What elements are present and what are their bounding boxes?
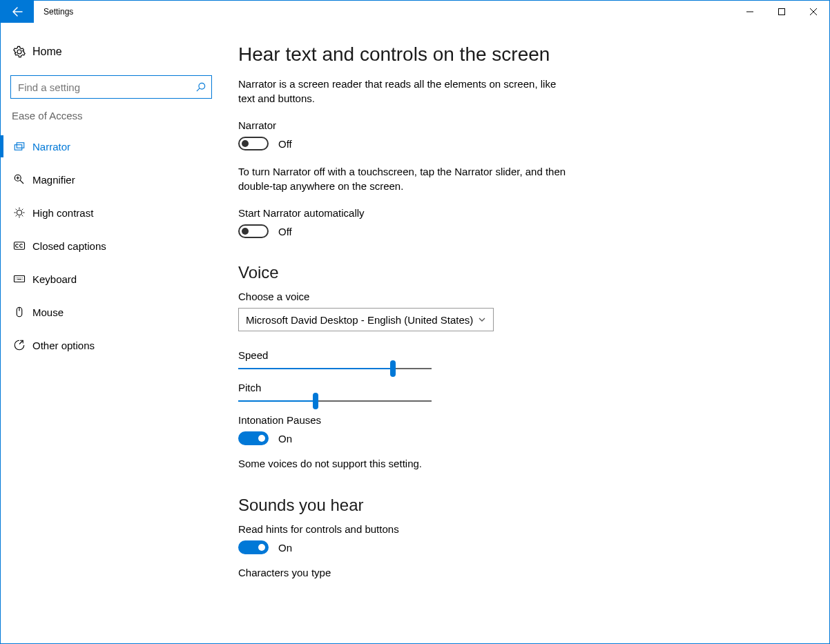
magnifier-icon (13, 173, 32, 186)
hints-toggle[interactable] (238, 540, 269, 554)
home-button[interactable]: Home (1, 35, 222, 68)
auto-start-toggle-state: Off (278, 226, 292, 237)
pitch-slider-thumb[interactable] (313, 393, 318, 409)
search-box[interactable] (10, 75, 212, 99)
sidebar-item-label: Magnifier (32, 174, 75, 186)
sidebar-item-label: Closed captions (32, 240, 106, 252)
sidebar-item-narrator[interactable]: Narrator (1, 130, 222, 163)
svg-rect-0 (779, 9, 785, 15)
hints-label: Read hints for controls and buttons (238, 523, 802, 535)
speed-slider[interactable] (238, 368, 432, 369)
intonation-toggle-state: On (278, 433, 292, 445)
intonation-note: Some voices do not support this setting. (238, 456, 570, 471)
choose-voice-label: Choose a voice (238, 291, 802, 302)
intonation-label: Intonation Pauses (238, 414, 802, 426)
window-title: Settings (34, 1, 734, 23)
minimize-icon (746, 8, 753, 15)
sidebar-item-label: Keyboard (32, 273, 77, 285)
svg-point-1 (199, 83, 205, 89)
sidebar-item-mouse[interactable]: Mouse (1, 295, 222, 329)
svg-rect-3 (17, 143, 24, 148)
sidebar-item-magnifier[interactable]: Magnifier (1, 163, 222, 196)
chevron-down-icon (478, 315, 486, 324)
pitch-slider-fill (238, 400, 316, 402)
pitch-slider[interactable] (238, 400, 432, 402)
speed-label: Speed (238, 349, 802, 361)
voice-dropdown[interactable]: Microsoft David Desktop - English (Unite… (238, 308, 494, 331)
chars-label: Characters you type (238, 567, 802, 578)
home-label: Home (32, 46, 62, 58)
closed-captions-icon (13, 240, 32, 252)
back-arrow-icon (12, 6, 23, 17)
sidebar-item-other-options[interactable]: Other options (1, 329, 222, 362)
pitch-label: Pitch (238, 382, 802, 393)
close-button[interactable] (798, 1, 829, 23)
speed-slider-fill (238, 368, 393, 369)
keyboard-icon (13, 273, 32, 285)
search-icon (196, 82, 206, 92)
speed-slider-thumb[interactable] (390, 360, 396, 377)
sidebar-item-label: Mouse (32, 306, 64, 318)
page-heading: Hear text and controls on the screen (238, 43, 802, 66)
touch-off-note: To turn Narrator off with a touchscreen,… (238, 164, 570, 193)
window-controls (734, 1, 829, 23)
sidebar-item-closed-captions[interactable]: Closed captions (1, 229, 222, 262)
sidebar-item-keyboard[interactable]: Keyboard (1, 262, 222, 295)
category-label: Ease of Access (1, 110, 222, 121)
maximize-icon (778, 8, 785, 15)
voice-heading: Voice (238, 263, 802, 282)
sidebar-item-label: Other options (32, 340, 95, 351)
sidebar-item-label: Narrator (32, 141, 70, 153)
content-pane: Hear text and controls on the screen Nar… (222, 23, 829, 643)
other-options-icon (13, 339, 32, 351)
narrator-toggle[interactable] (238, 137, 269, 150)
hints-toggle-state: On (278, 542, 292, 554)
maximize-button[interactable] (766, 1, 798, 23)
titlebar: Settings (1, 1, 829, 23)
gear-icon (13, 46, 32, 58)
high-contrast-icon (13, 206, 32, 219)
minimize-button[interactable] (734, 1, 766, 23)
sidebar: Home Ease of Access Narrator Magnifier (1, 23, 222, 643)
svg-rect-7 (15, 276, 25, 282)
mouse-icon (13, 306, 32, 318)
voice-selected-value: Microsoft David Desktop - English (Unite… (246, 314, 473, 326)
svg-point-5 (17, 210, 22, 215)
narrator-toggle-state: Off (278, 138, 292, 150)
sidebar-item-label: High contrast (32, 207, 93, 219)
svg-rect-2 (15, 145, 22, 150)
narrator-icon (13, 140, 32, 153)
search-input[interactable] (17, 81, 196, 94)
intonation-toggle[interactable] (238, 431, 269, 445)
sounds-heading: Sounds you hear (238, 496, 802, 515)
auto-start-toggle[interactable] (238, 224, 269, 238)
close-icon (810, 8, 817, 15)
sidebar-item-high-contrast[interactable]: High contrast (1, 196, 222, 229)
narrator-toggle-label: Narrator (238, 119, 802, 131)
intro-text: Narrator is a screen reader that reads a… (238, 77, 570, 106)
back-button[interactable] (1, 1, 34, 23)
auto-start-label: Start Narrator automatically (238, 207, 802, 219)
